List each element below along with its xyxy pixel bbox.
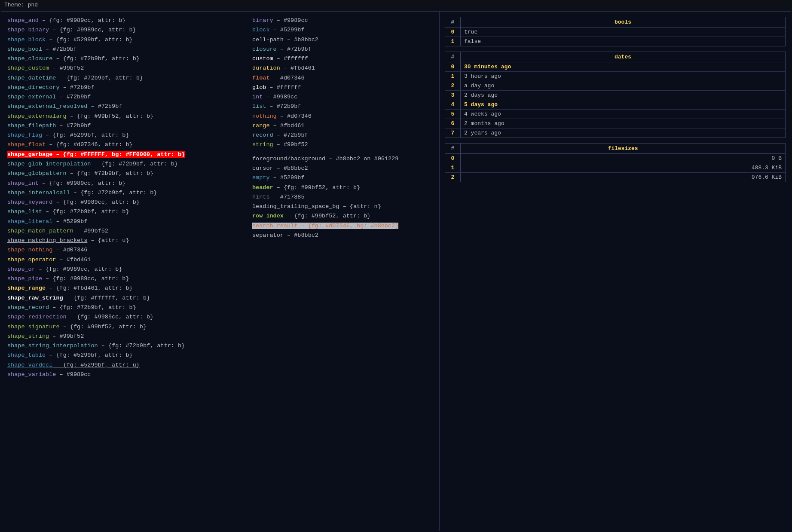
- line-shape-string-interpolation: shape_string_interpolation – {fg: #72b9b…: [7, 341, 240, 351]
- line-shape-string: shape_string – #99bf52: [7, 332, 240, 341]
- line-cell-path: cell-path – #b8bbc2: [252, 35, 433, 45]
- line-glob: glob – #ffffff: [252, 83, 433, 92]
- line-shape-match-pattern: shape_match_pattern – #99bf52: [7, 226, 240, 236]
- table-row: 3 2 days ago: [445, 91, 785, 100]
- line-shape-custom: shape_custom – #99bf52: [7, 64, 240, 73]
- line-shape-range: shape_range – {fg: #fbd461, attr: b}: [7, 284, 240, 293]
- line-shape-external-resolved: shape_external_resolved – #72b9bf: [7, 102, 240, 111]
- table-row: 6 2 months ago: [445, 119, 785, 128]
- line-range: range – #fbd461: [252, 121, 433, 131]
- line-empty: empty – #5299bf: [252, 173, 433, 183]
- line-binary: binary – #9989cc: [252, 16, 433, 25]
- line-shape-raw-string: shape_raw_string – {fg: #ffffff, attr: b…: [7, 294, 240, 303]
- line-shape-variable: shape_variable – #9989cc: [7, 370, 240, 379]
- line-shape-garbage: shape_garbage – {fg: #FFFFFF, bg: #FF000…: [7, 150, 240, 159]
- line-shape-redirection: shape_redirection – {fg: #9989cc, attr: …: [7, 312, 240, 322]
- line-shape-pipe: shape_pipe – {fg: #9989cc, attr: b}: [7, 274, 240, 284]
- line-custom: custom – #ffffff: [252, 54, 433, 64]
- line-fg-bg: foreground/background – #b8bbc2 on #0612…: [252, 154, 433, 164]
- line-shape-flag: shape_flag – {fg: #5299bf, attr: b}: [7, 131, 240, 140]
- table-row: 0 true: [445, 28, 785, 37]
- bools-table: # bools 0 true 1 false: [445, 17, 786, 46]
- line-duration: duration – #fbd461: [252, 64, 433, 73]
- bools-table-header: # bools: [445, 17, 785, 28]
- line-record: record – #72b9bf: [252, 131, 433, 140]
- table-row: 5 4 weeks ago: [445, 110, 785, 119]
- theme-bar: Theme: phd: [0, 0, 792, 10]
- line-shape-datetime: shape_datetime – {fg: #72b9bf, attr: b}: [7, 73, 240, 83]
- line-float: float – #d07346: [252, 73, 433, 83]
- line-shape-block: shape_block – {fg: #5299bf, attr: b}: [7, 35, 240, 45]
- col3: # bools 0 true 1 false # dates 0 30 minu…: [440, 12, 791, 531]
- line-nothing: nothing – #d07346: [252, 112, 433, 121]
- line-shape-nothing: shape_nothing – #d07346: [7, 245, 240, 255]
- table-row: 4 5 days ago: [445, 100, 785, 110]
- table-row: 2 a day ago: [445, 81, 785, 91]
- line-shape-directory: shape_directory – #72b9bf: [7, 83, 240, 92]
- line-row-index: row_index – {fg: #99bf52, attr: b}: [252, 211, 433, 221]
- line-shape-filepath: shape_filepath – #72b9bf: [7, 121, 240, 131]
- line-hints: hints – #717885: [252, 193, 433, 202]
- filesizes-table-header: # filesizes: [445, 144, 785, 154]
- line-leading-trailing: leading_trailing_space_bg – {attr: n}: [252, 202, 433, 211]
- table-row: 1 false: [445, 37, 785, 46]
- line-shape-glob-interpolation: shape_glob_interpolation – {fg: #72b9bf,…: [7, 159, 240, 169]
- table-row: 1 488.3 KiB: [445, 163, 785, 173]
- line-shape-closure: shape_closure – {fg: #72b9bf, attr: b}: [7, 54, 240, 64]
- line-shape-int: shape_int – {fg: #9989cc, attr: b}: [7, 179, 240, 188]
- table-row: 0 0 B: [445, 154, 785, 163]
- line-shape-and: shape_and – {fg: #9989cc, attr: b}: [7, 16, 240, 25]
- table-row: 1 3 hours ago: [445, 72, 785, 81]
- line-shape-float: shape_float – {fg: #d07346, attr: b}: [7, 140, 240, 150]
- line-shape-table: shape_table – {fg: #5299bf, attr: b}: [7, 351, 240, 360]
- line-shape-literal: shape_literal – #5299bf: [7, 217, 240, 226]
- line-shape-operator: shape_operator – #fbd461: [7, 255, 240, 265]
- line-string: string – #99bf52: [252, 140, 433, 150]
- line-shape-or: shape_or – {fg: #9989cc, attr: b}: [7, 265, 240, 274]
- line-shape-globpattern: shape_globpattern – {fg: #72b9bf, attr: …: [7, 169, 240, 178]
- line-shape-signature: shape_signature – {fg: #99bf52, attr: b}: [7, 322, 240, 332]
- col1: shape_and – {fg: #9989cc, attr: b} shape…: [1, 12, 246, 531]
- filesizes-table: # filesizes 0 0 B 1 488.3 KiB 2 976.6 Ki…: [445, 143, 786, 182]
- line-block: block – #5299bf: [252, 25, 433, 35]
- line-search-result: search_result – {fg: #d07346, bg: #b8bbc…: [252, 221, 433, 231]
- line-separator: separator – #b8bbc2: [252, 231, 433, 240]
- line-closure: closure – #72b9bf: [252, 45, 433, 54]
- line-shape-binary: shape_binary – {fg: #9989cc, attr: b}: [7, 25, 240, 35]
- dates-table: # dates 0 30 minutes ago 1 3 hours ago 2…: [445, 52, 786, 138]
- line-int: int – #9989cc: [252, 92, 433, 102]
- line-shape-record: shape_record – {fg: #72b9bf, attr: b}: [7, 303, 240, 312]
- dates-table-header: # dates: [445, 52, 785, 62]
- table-row: 0 30 minutes ago: [445, 62, 785, 72]
- line-shape-internalcall: shape_internalcall – {fg: #72b9bf, attr:…: [7, 188, 240, 198]
- line-cursor: cursor – #b8bbc2: [252, 164, 433, 173]
- line-list: list – #72b9bf: [252, 102, 433, 111]
- line-shape-matching-brackets: shape_matching_brackets – {attr: u}: [7, 236, 240, 245]
- line-shape-externalarg: shape_externalarg – {fg: #99bf52, attr: …: [7, 112, 240, 121]
- line-header: header – {fg: #99bf52, attr: b}: [252, 183, 433, 193]
- col2: binary – #9989cc block – #5299bf cell-pa…: [246, 12, 440, 531]
- line-shape-list: shape_list – {fg: #72b9bf, attr: b}: [7, 207, 240, 217]
- line-shape-keyword: shape_keyword – {fg: #9989cc, attr: b}: [7, 198, 240, 207]
- table-row: 2 976.6 KiB: [445, 173, 785, 182]
- line-shape-bool: shape_bool – #72b9bf: [7, 45, 240, 54]
- table-row: 7 2 years ago: [445, 128, 785, 138]
- line-shape-vardecl: shape_vardecl – {fg: #5299bf, attr: u}: [7, 361, 240, 370]
- line-shape-external: shape_external – #72b9bf: [7, 92, 240, 102]
